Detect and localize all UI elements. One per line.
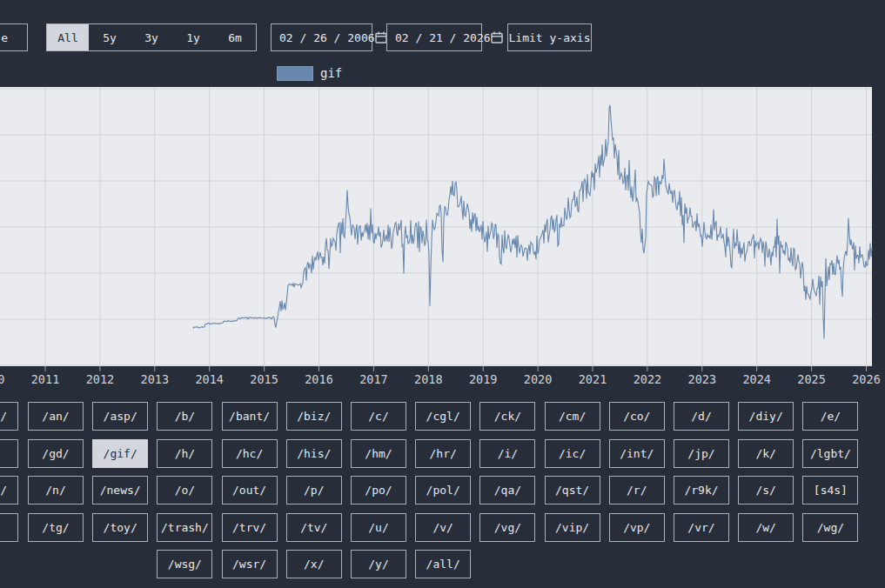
board-button-hr[interactable]: /hr/ — [415, 439, 471, 468]
x-axis-label: 2017 — [359, 372, 388, 386]
board-button-u[interactable]: /u/ — [351, 513, 406, 542]
calendar-icon[interactable] — [491, 31, 503, 43]
board-button-b[interactable]: /b/ — [157, 402, 212, 431]
board-button-h[interactable]: /h/ — [157, 439, 212, 468]
board-button-x[interactable]: /x/ — [286, 550, 342, 578]
date-from-input[interactable]: 02 / 26 / 2006 — [271, 23, 372, 51]
board-button-wg[interactable]: /wg/ — [802, 513, 858, 542]
board-button-asp[interactable]: /asp/ — [92, 402, 148, 431]
board-button-i[interactable]: /i/ — [479, 439, 535, 468]
board-button-k[interactable]: /k/ — [738, 439, 794, 468]
board-button-wsg[interactable]: /wsg/ — [157, 550, 212, 578]
board-button-trv[interactable]: /trv/ — [222, 513, 278, 542]
board-button-s[interactable]: /s/ — [738, 476, 794, 504]
board-button-y[interactable]: /y/ — [351, 550, 406, 578]
date-to-input[interactable]: 02 / 21 / 2026 — [386, 23, 482, 51]
calendar-icon[interactable] — [375, 31, 387, 43]
board-button-p[interactable]: /p/ — [286, 476, 342, 504]
board-button-out[interactable]: /out/ — [222, 476, 278, 504]
board-button-ck[interactable]: /ck/ — [479, 402, 535, 431]
board-button-int[interactable]: /int/ — [609, 439, 665, 468]
x-axis-label: 2026 — [852, 372, 881, 386]
range-button-3y[interactable]: 3y — [131, 24, 172, 50]
board-button-wsr[interactable]: /wsr/ — [222, 550, 278, 578]
date-from-value: 02 / 26 / 2006 — [279, 31, 375, 44]
board-button-tg[interactable]: /tg/ — [28, 513, 84, 542]
board-button-hm[interactable]: /hm/ — [351, 439, 406, 468]
board-button-diy[interactable]: /diy/ — [738, 402, 794, 431]
cutoff-toolbar-button[interactable]: e — [0, 23, 28, 51]
legend-swatch[interactable] — [277, 66, 313, 81]
x-axis-label: 2024 — [742, 372, 771, 386]
board-button-r[interactable]: /r/ — [609, 476, 665, 504]
board-button-cm[interactable]: /cm/ — [545, 402, 600, 431]
board-button-r9k[interactable]: /r9k/ — [674, 476, 729, 504]
board-button-trash[interactable]: /trash/ — [157, 513, 212, 542]
x-axis-label: 2020 — [524, 372, 553, 386]
board-button-an[interactable]: /an/ — [28, 402, 84, 431]
board-button-jp[interactable]: /jp/ — [674, 439, 729, 468]
board-button-vr[interactable]: /vr/ — [674, 513, 729, 542]
board-button-biz[interactable]: /biz/ — [286, 402, 342, 431]
board-button-pol[interactable]: /pol/ — [415, 476, 471, 504]
board-button-n[interactable]: /n/ — [28, 476, 84, 504]
board-button-qst[interactable]: /qst/ — [545, 476, 600, 504]
cutoff-board-button[interactable] — [0, 513, 18, 542]
range-button-6m[interactable]: 6m — [214, 24, 256, 50]
board-button-c[interactable]: /c/ — [351, 402, 406, 431]
x-axis-label: 2018 — [414, 372, 443, 386]
board-button-all[interactable]: /all/ — [415, 550, 471, 578]
x-axis-label: 2013 — [141, 372, 170, 386]
cutoff-board-button[interactable]: / — [0, 402, 18, 431]
x-axis-label: 2023 — [688, 372, 717, 386]
board-button-vp[interactable]: /vp/ — [609, 513, 665, 542]
x-axis-label: 2021 — [579, 372, 607, 386]
x-axis-labels: 2010201120122013201420152016201720182019… — [0, 372, 885, 387]
board-button-d[interactable]: /d/ — [674, 402, 729, 431]
board-button-v[interactable]: /v/ — [415, 513, 471, 542]
x-axis-label: 2014 — [195, 372, 224, 386]
board-button-ic[interactable]: /ic/ — [545, 439, 600, 468]
time-series-chart[interactable] — [0, 87, 885, 374]
range-button-1y[interactable]: 1y — [172, 24, 214, 50]
range-button-5y[interactable]: 5y — [89, 24, 131, 50]
board-button-w[interactable]: /w/ — [738, 513, 794, 542]
app-root: { "toolbar": { "partial_button_fragment"… — [0, 0, 885, 588]
x-axis-label: 2012 — [86, 372, 115, 386]
x-axis-label: 2025 — [797, 372, 826, 386]
x-axis-label: 2022 — [634, 372, 662, 386]
time-range-segmented-control: All 5y 3y 1y 6m — [46, 23, 257, 51]
board-button-hc[interactable]: /hc/ — [222, 439, 278, 468]
x-axis-label: 2010 — [0, 372, 4, 386]
date-to-value: 02 / 21 / 2026 — [395, 31, 491, 44]
x-axis-label: 2016 — [305, 372, 333, 386]
cutoff-board-button[interactable] — [0, 439, 18, 468]
limit-y-axis-button[interactable]: Limit y-axis — [507, 23, 592, 51]
board-button-gd[interactable]: /gd/ — [28, 439, 84, 468]
board-button-gif[interactable]: /gif/ — [92, 439, 148, 468]
board-button-news[interactable]: /news/ — [92, 476, 148, 504]
board-button-bant[interactable]: /bant/ — [222, 402, 278, 431]
board-button-vip[interactable]: /vip/ — [545, 513, 600, 542]
board-button-vg[interactable]: /vg/ — [479, 513, 535, 542]
cutoff-board-button[interactable]: / — [0, 476, 18, 504]
board-button-o[interactable]: /o/ — [157, 476, 212, 504]
board-button-po[interactable]: /po/ — [351, 476, 406, 504]
board-button-his[interactable]: /his/ — [286, 439, 342, 468]
board-button-lgbt[interactable]: /lgbt/ — [802, 439, 858, 468]
x-axis-label: 2019 — [469, 372, 498, 386]
board-button-toy[interactable]: /toy/ — [92, 513, 148, 542]
board-button-qa[interactable]: /qa/ — [479, 476, 535, 504]
legend-label[interactable]: gif — [320, 66, 342, 81]
range-button-all[interactable]: All — [47, 24, 89, 50]
board-button-e[interactable]: /e/ — [802, 402, 858, 431]
x-axis-label: 2011 — [31, 372, 60, 386]
board-button-tv[interactable]: /tv/ — [286, 513, 342, 542]
board-button-cgl[interactable]: /cgl/ — [415, 402, 471, 431]
board-button-s4s[interactable]: [s4s] — [802, 476, 858, 504]
x-axis-label: 2015 — [250, 372, 278, 386]
board-button-co[interactable]: /co/ — [609, 402, 665, 431]
